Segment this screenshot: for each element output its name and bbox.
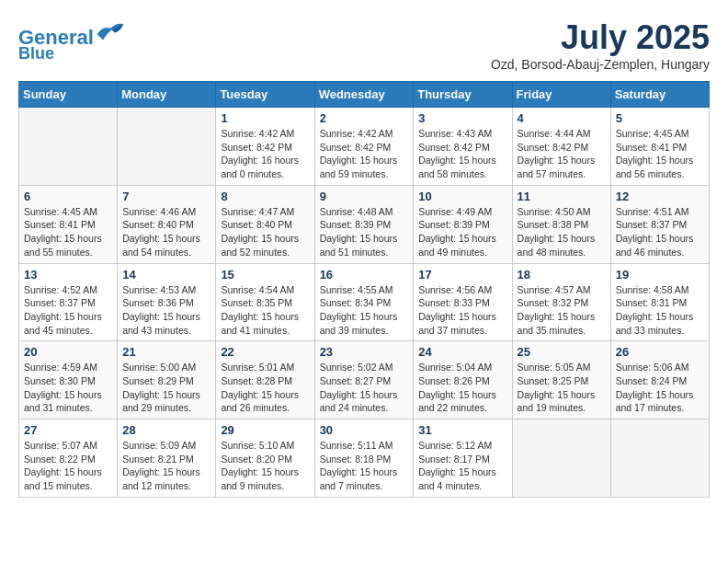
day-number: 3: [418, 111, 506, 125]
calendar-cell: [610, 419, 709, 498]
calendar-cell: 18Sunrise: 4:57 AMSunset: 8:32 PMDayligh…: [512, 263, 610, 341]
day-info: Sunrise: 5:05 AMSunset: 8:25 PMDaylight:…: [518, 361, 606, 415]
day-info: Sunrise: 4:50 AMSunset: 8:38 PMDaylight:…: [518, 205, 606, 259]
weekday-header-tuesday: Tuesday: [216, 82, 314, 108]
day-info: Sunrise: 5:07 AMSunset: 8:22 PMDaylight:…: [24, 439, 112, 493]
day-number: 21: [122, 345, 210, 359]
calendar-cell: 4Sunrise: 4:44 AMSunset: 8:42 PMDaylight…: [512, 108, 610, 186]
day-info: Sunrise: 4:42 AMSunset: 8:42 PMDaylight:…: [221, 127, 309, 181]
day-info: Sunrise: 4:46 AMSunset: 8:40 PMDaylight:…: [122, 205, 210, 259]
day-info: Sunrise: 4:47 AMSunset: 8:40 PMDaylight:…: [221, 205, 309, 259]
calendar-week-2: 6Sunrise: 4:45 AMSunset: 8:41 PMDaylight…: [19, 185, 710, 263]
calendar-cell: [118, 108, 216, 186]
day-number: 18: [518, 268, 606, 282]
weekday-header-monday: Monday: [118, 82, 216, 108]
location: Ozd, Borsod-Abauj-Zemplen, Hungary: [491, 57, 710, 72]
day-number: 12: [616, 190, 704, 203]
day-number: 4: [518, 111, 606, 125]
calendar-cell: 19Sunrise: 4:58 AMSunset: 8:31 PMDayligh…: [610, 263, 709, 341]
day-info: Sunrise: 4:56 AMSunset: 8:33 PMDaylight:…: [418, 283, 506, 338]
calendar-cell: 5Sunrise: 4:45 AMSunset: 8:41 PMDaylight…: [610, 108, 709, 186]
calendar-cell: 7Sunrise: 4:46 AMSunset: 8:40 PMDaylight…: [118, 185, 216, 263]
logo-bird-icon: [96, 18, 125, 44]
day-info: Sunrise: 4:59 AMSunset: 8:30 PMDaylight:…: [24, 361, 112, 415]
calendar-cell: 23Sunrise: 5:02 AMSunset: 8:27 PMDayligh…: [314, 341, 414, 419]
day-number: 19: [616, 268, 704, 282]
day-info: Sunrise: 4:42 AMSunset: 8:42 PMDaylight:…: [320, 127, 409, 181]
calendar-cell: 12Sunrise: 4:51 AMSunset: 8:37 PMDayligh…: [610, 185, 709, 263]
day-info: Sunrise: 5:04 AMSunset: 8:26 PMDaylight:…: [418, 361, 506, 415]
day-info: Sunrise: 4:45 AMSunset: 8:41 PMDaylight:…: [616, 127, 704, 181]
day-number: 14: [122, 268, 210, 282]
calendar-cell: 24Sunrise: 5:04 AMSunset: 8:26 PMDayligh…: [414, 341, 512, 419]
calendar-cell: 31Sunrise: 5:12 AMSunset: 8:17 PMDayligh…: [414, 419, 512, 498]
calendar-cell: 17Sunrise: 4:56 AMSunset: 8:33 PMDayligh…: [414, 263, 512, 341]
calendar-cell: 28Sunrise: 5:09 AMSunset: 8:21 PMDayligh…: [118, 419, 216, 498]
title-block: July 2025 Ozd, Borsod-Abauj-Zemplen, Hun…: [491, 18, 710, 72]
weekday-header-friday: Friday: [512, 82, 610, 108]
calendar-cell: 16Sunrise: 4:55 AMSunset: 8:34 PMDayligh…: [314, 263, 414, 341]
day-number: 1: [221, 111, 309, 125]
day-info: Sunrise: 5:02 AMSunset: 8:27 PMDaylight:…: [320, 361, 409, 415]
day-number: 2: [320, 111, 409, 125]
day-info: Sunrise: 5:06 AMSunset: 8:24 PMDaylight:…: [616, 361, 704, 415]
day-info: Sunrise: 5:09 AMSunset: 8:21 PMDaylight:…: [122, 439, 210, 493]
day-number: 16: [320, 268, 409, 282]
day-number: 9: [320, 190, 409, 203]
day-info: Sunrise: 4:52 AMSunset: 8:37 PMDaylight:…: [24, 283, 112, 338]
weekday-header-row: SundayMondayTuesdayWednesdayThursdayFrid…: [19, 82, 710, 108]
calendar-cell: 21Sunrise: 5:00 AMSunset: 8:29 PMDayligh…: [118, 341, 216, 419]
day-number: 25: [518, 345, 606, 359]
day-number: 5: [616, 111, 704, 125]
calendar-cell: 8Sunrise: 4:47 AMSunset: 8:40 PMDaylight…: [216, 185, 314, 263]
calendar-cell: 29Sunrise: 5:10 AMSunset: 8:20 PMDayligh…: [216, 419, 314, 498]
calendar-cell: 25Sunrise: 5:05 AMSunset: 8:25 PMDayligh…: [512, 341, 610, 419]
page-header: General Blue July 2025 Ozd, Borsod-Abauj…: [18, 18, 710, 72]
day-info: Sunrise: 5:11 AMSunset: 8:18 PMDaylight:…: [320, 439, 409, 493]
day-number: 17: [418, 268, 506, 282]
day-info: Sunrise: 4:54 AMSunset: 8:35 PMDaylight:…: [221, 283, 309, 338]
day-number: 20: [24, 345, 112, 359]
logo: General Blue: [18, 18, 125, 63]
calendar-cell: 9Sunrise: 4:48 AMSunset: 8:39 PMDaylight…: [314, 185, 414, 263]
day-info: Sunrise: 4:58 AMSunset: 8:31 PMDaylight:…: [616, 283, 704, 338]
calendar-week-5: 27Sunrise: 5:07 AMSunset: 8:22 PMDayligh…: [19, 419, 710, 498]
day-number: 29: [221, 423, 309, 437]
day-number: 13: [24, 268, 112, 282]
calendar-cell: [19, 108, 118, 186]
day-info: Sunrise: 5:10 AMSunset: 8:20 PMDaylight:…: [221, 439, 309, 493]
calendar-cell: 30Sunrise: 5:11 AMSunset: 8:18 PMDayligh…: [314, 419, 414, 498]
weekday-header-sunday: Sunday: [19, 82, 118, 108]
calendar-cell: [512, 419, 610, 498]
day-info: Sunrise: 4:44 AMSunset: 8:42 PMDaylight:…: [518, 127, 606, 181]
day-number: 23: [320, 345, 409, 359]
day-info: Sunrise: 4:43 AMSunset: 8:42 PMDaylight:…: [418, 127, 506, 181]
day-number: 24: [418, 345, 506, 359]
calendar-cell: 26Sunrise: 5:06 AMSunset: 8:24 PMDayligh…: [610, 341, 709, 419]
day-number: 31: [418, 423, 506, 437]
calendar-cell: 27Sunrise: 5:07 AMSunset: 8:22 PMDayligh…: [19, 419, 118, 498]
weekday-header-wednesday: Wednesday: [314, 82, 414, 108]
day-number: 7: [122, 190, 210, 203]
calendar-cell: 14Sunrise: 4:53 AMSunset: 8:36 PMDayligh…: [118, 263, 216, 341]
calendar-cell: 13Sunrise: 4:52 AMSunset: 8:37 PMDayligh…: [19, 263, 118, 341]
day-info: Sunrise: 4:57 AMSunset: 8:32 PMDaylight:…: [518, 283, 606, 338]
calendar-cell: 11Sunrise: 4:50 AMSunset: 8:38 PMDayligh…: [512, 185, 610, 263]
calendar-week-1: 1Sunrise: 4:42 AMSunset: 8:42 PMDaylight…: [19, 108, 710, 186]
day-info: Sunrise: 4:49 AMSunset: 8:39 PMDaylight:…: [418, 205, 506, 259]
calendar-cell: 10Sunrise: 4:49 AMSunset: 8:39 PMDayligh…: [414, 185, 512, 263]
day-number: 8: [221, 190, 309, 203]
calendar-table: SundayMondayTuesdayWednesdayThursdayFrid…: [18, 81, 710, 498]
day-number: 15: [221, 268, 309, 282]
day-number: 27: [24, 423, 112, 437]
day-info: Sunrise: 4:55 AMSunset: 8:34 PMDaylight:…: [320, 283, 409, 338]
day-info: Sunrise: 5:01 AMSunset: 8:28 PMDaylight:…: [221, 361, 309, 415]
day-info: Sunrise: 4:51 AMSunset: 8:37 PMDaylight:…: [616, 205, 704, 259]
calendar-cell: 1Sunrise: 4:42 AMSunset: 8:42 PMDaylight…: [216, 108, 314, 186]
day-info: Sunrise: 5:00 AMSunset: 8:29 PMDaylight:…: [122, 361, 210, 415]
day-info: Sunrise: 5:12 AMSunset: 8:17 PMDaylight:…: [418, 439, 506, 493]
calendar-week-3: 13Sunrise: 4:52 AMSunset: 8:37 PMDayligh…: [19, 263, 710, 341]
day-number: 10: [418, 190, 506, 203]
calendar-cell: 3Sunrise: 4:43 AMSunset: 8:42 PMDaylight…: [414, 108, 512, 186]
calendar-cell: 20Sunrise: 4:59 AMSunset: 8:30 PMDayligh…: [19, 341, 118, 419]
